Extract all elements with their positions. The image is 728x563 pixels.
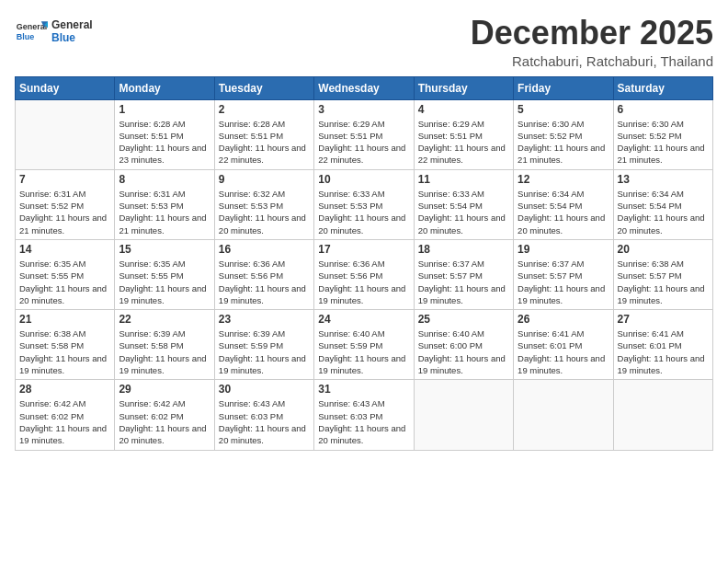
calendar-cell: 28Sunrise: 6:42 AMSunset: 6:02 PMDayligh… [16,380,115,450]
weekday-header-row: SundayMondayTuesdayWednesdayThursdayFrid… [16,76,713,99]
calendar-cell: 16Sunrise: 6:36 AMSunset: 5:56 PMDayligh… [214,239,313,309]
calendar-cell: 17Sunrise: 6:36 AMSunset: 5:56 PMDayligh… [314,239,414,309]
day-number: 24 [318,313,409,326]
day-info: Sunrise: 6:42 AMSunset: 6:02 PMDaylight:… [19,397,110,446]
calendar-table: SundayMondayTuesdayWednesdayThursdayFrid… [15,76,713,451]
day-info: Sunrise: 6:38 AMSunset: 5:57 PMDaylight:… [618,258,709,306]
day-number: 7 [19,173,110,186]
day-info: Sunrise: 6:29 AMSunset: 5:51 PMDaylight:… [318,118,409,167]
calendar-cell: 10Sunrise: 6:33 AMSunset: 5:53 PMDayligh… [314,169,414,239]
day-number: 15 [119,243,210,256]
calendar-cell: 14Sunrise: 6:35 AMSunset: 5:55 PMDayligh… [16,239,115,309]
svg-text:Blue: Blue [17,32,35,41]
calendar-cell: 9Sunrise: 6:32 AMSunset: 5:53 PMDaylight… [214,169,313,239]
day-info: Sunrise: 6:42 AMSunset: 6:02 PMDaylight:… [119,397,210,446]
calendar-cell [514,380,613,450]
calendar-cell: 7Sunrise: 6:31 AMSunset: 5:52 PMDaylight… [16,169,115,239]
day-number: 10 [318,173,409,186]
day-number: 19 [518,243,609,256]
calendar-cell: 21Sunrise: 6:38 AMSunset: 5:58 PMDayligh… [16,310,115,380]
calendar-cell [16,99,115,169]
day-number: 9 [219,173,310,186]
day-info: Sunrise: 6:43 AMSunset: 6:03 PMDaylight:… [318,397,409,446]
day-info: Sunrise: 6:30 AMSunset: 5:52 PMDaylight:… [518,118,609,167]
day-info: Sunrise: 6:39 AMSunset: 5:58 PMDaylight:… [119,327,210,376]
day-info: Sunrise: 6:37 AMSunset: 5:57 PMDaylight:… [518,258,609,306]
day-info: Sunrise: 6:37 AMSunset: 5:57 PMDaylight:… [418,258,509,306]
calendar-cell: 24Sunrise: 6:40 AMSunset: 5:59 PMDayligh… [314,310,414,380]
day-info: Sunrise: 6:41 AMSunset: 6:01 PMDaylight:… [618,327,709,376]
day-number: 22 [119,313,210,326]
day-number: 12 [518,173,609,186]
day-number: 30 [219,383,310,396]
day-info: Sunrise: 6:40 AMSunset: 5:59 PMDaylight:… [318,327,409,376]
day-info: Sunrise: 6:43 AMSunset: 6:03 PMDaylight:… [219,397,310,446]
day-number: 25 [418,313,509,326]
day-number: 18 [418,243,509,256]
day-number: 11 [418,173,509,186]
day-info: Sunrise: 6:29 AMSunset: 5:51 PMDaylight:… [418,118,509,167]
logo-icon: General Blue [15,15,48,48]
calendar-cell: 12Sunrise: 6:34 AMSunset: 5:54 PMDayligh… [514,169,613,239]
month-title: December 2025 [471,15,713,52]
day-number: 17 [318,243,409,256]
day-info: Sunrise: 6:36 AMSunset: 5:56 PMDaylight:… [219,258,310,306]
day-info: Sunrise: 6:33 AMSunset: 5:53 PMDaylight:… [318,188,409,236]
weekday-header-sunday: Sunday [16,76,115,99]
calendar-cell: 18Sunrise: 6:37 AMSunset: 5:57 PMDayligh… [414,239,513,309]
calendar-cell: 20Sunrise: 6:38 AMSunset: 5:57 PMDayligh… [613,239,712,309]
page-header: General Blue General Blue December 2025 … [15,15,713,69]
calendar-cell: 30Sunrise: 6:43 AMSunset: 6:03 PMDayligh… [214,380,313,450]
calendar-cell: 3Sunrise: 6:29 AMSunset: 5:51 PMDaylight… [314,99,414,169]
day-number: 2 [219,103,310,116]
weekday-header-monday: Monday [115,76,214,99]
day-number: 13 [618,173,709,186]
calendar-cell: 27Sunrise: 6:41 AMSunset: 6:01 PMDayligh… [613,310,712,380]
calendar-cell: 2Sunrise: 6:28 AMSunset: 5:51 PMDaylight… [214,99,313,169]
day-info: Sunrise: 6:31 AMSunset: 5:52 PMDaylight:… [19,188,110,236]
calendar-week-2: 7Sunrise: 6:31 AMSunset: 5:52 PMDaylight… [16,169,713,239]
day-info: Sunrise: 6:34 AMSunset: 5:54 PMDaylight:… [518,188,609,236]
day-info: Sunrise: 6:30 AMSunset: 5:52 PMDaylight:… [618,118,709,167]
weekday-header-saturday: Saturday [613,76,712,99]
calendar-week-1: 1Sunrise: 6:28 AMSunset: 5:51 PMDaylight… [16,99,713,169]
calendar-cell: 25Sunrise: 6:40 AMSunset: 6:00 PMDayligh… [414,310,513,380]
calendar-cell: 26Sunrise: 6:41 AMSunset: 6:01 PMDayligh… [514,310,613,380]
day-info: Sunrise: 6:33 AMSunset: 5:54 PMDaylight:… [418,188,509,236]
calendar-cell: 1Sunrise: 6:28 AMSunset: 5:51 PMDaylight… [115,99,214,169]
day-number: 21 [19,313,110,326]
day-number: 6 [618,103,709,116]
calendar-cell: 15Sunrise: 6:35 AMSunset: 5:55 PMDayligh… [115,239,214,309]
calendar-cell: 29Sunrise: 6:42 AMSunset: 6:02 PMDayligh… [115,380,214,450]
calendar-cell: 31Sunrise: 6:43 AMSunset: 6:03 PMDayligh… [314,380,414,450]
day-number: 3 [318,103,409,116]
day-info: Sunrise: 6:28 AMSunset: 5:51 PMDaylight:… [119,118,210,167]
calendar-cell: 23Sunrise: 6:39 AMSunset: 5:59 PMDayligh… [214,310,313,380]
calendar-cell [613,380,712,450]
calendar-week-4: 21Sunrise: 6:38 AMSunset: 5:58 PMDayligh… [16,310,713,380]
day-info: Sunrise: 6:35 AMSunset: 5:55 PMDaylight:… [19,258,110,306]
calendar-week-3: 14Sunrise: 6:35 AMSunset: 5:55 PMDayligh… [16,239,713,309]
calendar-cell: 22Sunrise: 6:39 AMSunset: 5:58 PMDayligh… [115,310,214,380]
calendar-cell [414,380,513,450]
weekday-header-friday: Friday [514,76,613,99]
day-info: Sunrise: 6:39 AMSunset: 5:59 PMDaylight:… [219,327,310,376]
weekday-header-wednesday: Wednesday [314,76,414,99]
day-number: 20 [618,243,709,256]
day-number: 28 [19,383,110,396]
day-number: 31 [318,383,409,396]
logo-blue-text: Blue [51,31,93,44]
day-info: Sunrise: 6:38 AMSunset: 5:58 PMDaylight:… [19,327,110,376]
day-number: 16 [219,243,310,256]
day-info: Sunrise: 6:35 AMSunset: 5:55 PMDaylight:… [119,258,210,306]
day-number: 23 [219,313,310,326]
calendar-cell: 8Sunrise: 6:31 AMSunset: 5:53 PMDaylight… [115,169,214,239]
day-number: 29 [119,383,210,396]
calendar-cell: 4Sunrise: 6:29 AMSunset: 5:51 PMDaylight… [414,99,513,169]
location-text: Ratchaburi, Ratchaburi, Thailand [471,53,713,69]
logo: General Blue General Blue [15,15,93,48]
day-info: Sunrise: 6:41 AMSunset: 6:01 PMDaylight:… [518,327,609,376]
weekday-header-thursday: Thursday [414,76,513,99]
day-number: 26 [518,313,609,326]
calendar-cell: 6Sunrise: 6:30 AMSunset: 5:52 PMDaylight… [613,99,712,169]
